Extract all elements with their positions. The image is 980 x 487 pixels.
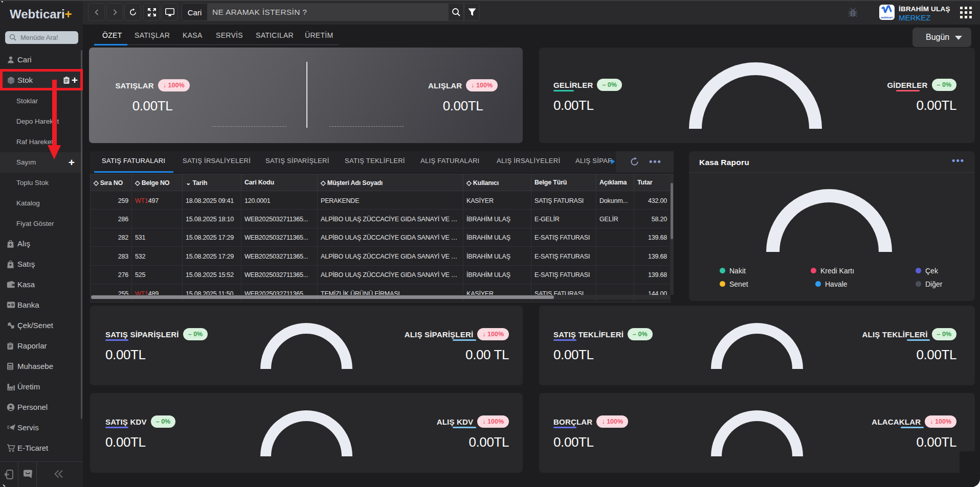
svg-text:webticari: webticari [880,16,893,19]
